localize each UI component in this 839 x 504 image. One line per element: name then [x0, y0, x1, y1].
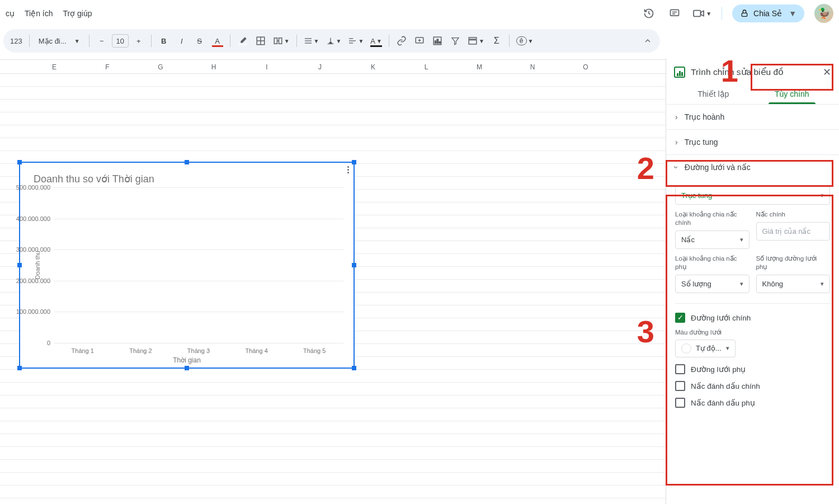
fill-color-button[interactable]	[235, 33, 251, 49]
section-label: Trục hoành	[685, 112, 725, 121]
checkbox-label: Nấc đánh dấu chính	[691, 381, 760, 390]
gridlines-panel: Trục tung ▾ Loại khoảng chia nấc chính N…	[666, 180, 839, 414]
halign-button[interactable]: ▼	[301, 33, 322, 49]
select-value: Số lượng	[681, 280, 711, 288]
gridline-color-select[interactable]: Tự độ... ▾	[675, 340, 736, 357]
col-header[interactable]: K	[347, 60, 400, 73]
text-color-button[interactable]: A	[210, 33, 225, 49]
functions-button[interactable]: Σ	[489, 33, 505, 49]
checkbox-minor-gridlines[interactable]: Đường lưới phụ	[675, 364, 830, 374]
col-header[interactable]: O	[559, 60, 612, 73]
minor-spacing-type-select[interactable]: Số lượng ▾	[675, 275, 750, 293]
smart-chips-button[interactable]: ê ▼	[514, 33, 536, 49]
checkbox-icon	[675, 398, 685, 408]
col-header[interactable]	[0, 60, 28, 73]
checkbox-icon	[675, 364, 685, 374]
chevron-right-icon: ›	[675, 138, 678, 147]
svg-rect-5	[742, 13, 747, 16]
checkbox-label: Đường lưới phụ	[691, 365, 746, 374]
checkbox-major-ticks[interactable]: Nấc đánh dấu chính	[675, 381, 830, 391]
chart-menu-icon[interactable]	[347, 166, 349, 173]
separator	[151, 35, 152, 47]
main: E F G H I J K L M N O Doanh thu so với T…	[0, 58, 839, 504]
chevron-down-icon: ▾	[821, 192, 824, 199]
add-comment-button[interactable]	[412, 33, 427, 49]
col-header[interactable]: G	[134, 60, 187, 73]
resize-handle[interactable]	[185, 160, 189, 164]
bold-button[interactable]: B	[156, 33, 172, 49]
checkbox-label: Nấc đánh dấu phụ	[691, 398, 755, 407]
col-header[interactable]: F	[81, 60, 134, 73]
number-format-button[interactable]: 123	[8, 33, 25, 49]
spreadsheet-area[interactable]: E F G H I J K L M N O Doanh thu so với T…	[0, 58, 666, 504]
checkbox-icon	[675, 313, 685, 323]
major-step-input[interactable]: Giá trị của nấc	[756, 222, 831, 241]
tab-customize[interactable]: Tùy chỉnh	[753, 84, 832, 104]
wrap-button[interactable]: ▼	[346, 33, 366, 49]
field-label: Loại khoảng chia nấc chính	[675, 210, 750, 227]
resize-handle[interactable]	[185, 366, 189, 370]
separator	[29, 35, 30, 47]
resize-handle[interactable]	[352, 366, 356, 370]
chevron-down-icon: ▾	[821, 280, 824, 288]
checkbox-major-gridlines[interactable]: Đường lưới chính	[675, 313, 830, 323]
col-header[interactable]: N	[506, 60, 559, 73]
link-button[interactable]	[394, 33, 409, 49]
resize-handle[interactable]	[17, 160, 22, 164]
section-gridlines-ticks[interactable]: › Đường lưới và nấc	[666, 155, 839, 180]
filter-views-button[interactable]: ▼	[465, 33, 487, 49]
italic-button[interactable]: I	[174, 33, 190, 49]
col-header[interactable]: L	[400, 60, 453, 73]
col-header[interactable]: J	[294, 60, 347, 73]
history-icon[interactable]	[641, 6, 657, 21]
font-family-select[interactable]: Mặc đi... ▼	[34, 33, 84, 49]
titlebar: cụ Tiện ích Trợ giúp ▼ Chia Sẻ ▼ 🦆	[0, 0, 839, 27]
svg-rect-3	[694, 11, 701, 17]
chart-xlabel: Thời gian	[20, 356, 353, 364]
col-header[interactable]: M	[453, 60, 506, 73]
fontsize-decrease-button[interactable]: −	[94, 33, 110, 49]
valign-button[interactable]: ▼	[324, 33, 344, 49]
rotation-button[interactable]: A▼	[368, 33, 384, 49]
collapse-toolbar-button[interactable]	[640, 33, 656, 49]
col-header[interactable]: E	[28, 60, 81, 73]
col-header[interactable]: H	[187, 60, 241, 73]
close-icon[interactable]: ✕	[823, 66, 831, 78]
major-spacing-type-select[interactable]: Nấc ▾	[675, 230, 750, 249]
section-label: Trục tung	[685, 138, 718, 147]
menu-item-extensions[interactable]: Tiện ích	[25, 9, 53, 18]
svg-rect-10	[274, 38, 277, 44]
field-label: Nấc chính	[756, 210, 831, 219]
section-horizontal-axis[interactable]: › Trục hoành	[666, 105, 839, 130]
minor-gridline-count-select[interactable]: Không ▾	[756, 275, 831, 293]
chart-plot: 0100.000.000200.000.000300.000.000400.00…	[54, 187, 343, 343]
resize-handle[interactable]	[17, 366, 22, 370]
sidebar-title: Trình chỉnh sửa biểu đồ	[691, 67, 817, 77]
sidebar-header: Trình chỉnh sửa biểu đồ ✕	[666, 58, 839, 84]
resize-handle[interactable]	[352, 160, 356, 164]
fontsize-increase-button[interactable]: +	[131, 33, 147, 49]
resize-handle[interactable]	[17, 263, 22, 267]
fontsize-input[interactable]: 10	[112, 34, 129, 48]
menu-bar: cụ Tiện ích Trợ giúp	[6, 9, 92, 18]
meet-icon[interactable]: ▼	[692, 6, 711, 21]
axis-select[interactable]: Trục tung ▾	[675, 186, 830, 205]
title-right-tools: ▼ Chia Sẻ ▼ 🦆	[641, 4, 833, 23]
menu-item-help[interactable]: Trợ giúp	[63, 9, 92, 18]
separator	[509, 35, 510, 47]
menu-item-tools-partial[interactable]: cụ	[6, 9, 15, 18]
filter-button[interactable]	[447, 33, 463, 49]
resize-handle[interactable]	[352, 263, 356, 267]
comment-icon[interactable]	[667, 6, 682, 21]
strikethrough-button[interactable]: S	[192, 33, 208, 49]
tab-setup[interactable]: Thiết lập	[674, 84, 753, 104]
col-header[interactable]: I	[241, 60, 294, 73]
borders-button[interactable]	[253, 33, 268, 49]
chart[interactable]: Doanh thu so với Thời gian Doanh thu Thờ…	[19, 162, 355, 369]
avatar[interactable]: 🦆	[814, 4, 833, 23]
share-button[interactable]: Chia Sẻ ▼	[732, 4, 804, 22]
merge-cells-button[interactable]: ▼	[271, 33, 292, 49]
checkbox-minor-ticks[interactable]: Nấc đánh dấu phụ	[675, 398, 830, 408]
section-vertical-axis[interactable]: › Trục tung	[666, 130, 839, 155]
insert-chart-button[interactable]	[430, 33, 445, 49]
